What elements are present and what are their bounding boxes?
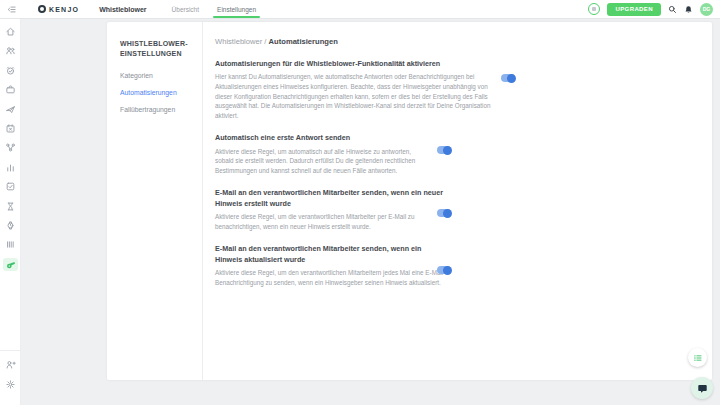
sidebar-item-employees[interactable] [3, 44, 18, 57]
collapse-sidebar-button[interactable] [0, 0, 22, 18]
topbar-right: UPGRADEN DG [588, 3, 720, 16]
settings-card: WHISTLEBLOWER-EINSTELLUNGEN KategorienAu… [107, 22, 712, 380]
sidebar-item-analytics[interactable] [3, 161, 18, 174]
upgrade-button[interactable]: UPGRADEN [607, 3, 661, 16]
settings-section: E-Mail an den verantwortlichen Mitarbeit… [215, 244, 712, 287]
section-description: Aktiviere diese Regel, um automatisch au… [215, 147, 431, 176]
section-title: E-Mail an den verantwortlichen Mitarbeit… [215, 188, 448, 209]
clock-icon [5, 220, 16, 231]
toggle-switch[interactable] [437, 266, 451, 274]
sidebar-main-icons [3, 25, 18, 277]
time-tracking-icon [5, 201, 16, 212]
sidebar-item-time-tracking[interactable] [3, 200, 18, 213]
settings-nav-item-automatisierungen[interactable]: Automatisierungen [120, 89, 194, 96]
toggle-knob [507, 74, 516, 83]
breadcrumb-current: Automatisierungen [269, 37, 338, 46]
section-description: Aktiviere diese Regel, um den verantwort… [215, 268, 448, 287]
settings-nav-items: KategorienAutomatisierungenFallübertragu… [120, 72, 194, 113]
trial-progress-icon[interactable] [588, 3, 600, 15]
search-icon[interactable] [668, 5, 677, 14]
app-title: Whistleblower [99, 6, 146, 13]
settings-sections: Automatisierungen für die Whistleblower-… [215, 59, 712, 287]
sidebar-item-travel[interactable] [3, 103, 18, 116]
kenjo-logo[interactable]: KENJO [22, 5, 87, 13]
kenjo-logo-text: KENJO [49, 6, 79, 13]
invite-user-icon [5, 359, 16, 370]
sidebar-item-settings[interactable] [3, 378, 18, 391]
whistleblower-icon [5, 259, 16, 270]
section-description: Hier kannst Du Automatisierungen, wie au… [215, 72, 499, 120]
tab--bersicht[interactable]: Übersicht [163, 0, 208, 18]
section-title: Automatisch eine erste Antwort senden [215, 133, 431, 143]
breadcrumb-parent[interactable]: Whistleblower / [215, 37, 266, 46]
quick-actions-button[interactable] [688, 348, 707, 367]
employees-icon [5, 45, 16, 56]
collapse-sidebar-icon [7, 5, 16, 14]
toggle-switch[interactable] [437, 209, 451, 217]
settings-section: Automatisierungen für die Whistleblower-… [215, 59, 712, 120]
main-panel: Whistleblower / Automatisierungen Automa… [204, 22, 712, 380]
workflows-icon [5, 142, 16, 153]
sidebar-item-attendance[interactable] [3, 64, 18, 77]
tab-einstellungen[interactable]: Einstellungen [208, 0, 265, 18]
settings-section: E-Mail an den verantwortlichen Mitarbeit… [215, 188, 712, 231]
checklist-icon [693, 353, 703, 363]
section-description: Aktiviere diese Regel, um die verantwort… [215, 212, 448, 231]
reports-icon [5, 239, 16, 250]
sidebar-item-tasks[interactable] [3, 180, 18, 193]
section-title: Automatisierungen für die Whistleblower-… [215, 59, 499, 69]
topbar: KENJO Whistleblower ÜbersichtEinstellung… [0, 0, 720, 19]
section-title: E-Mail an den verantwortlichen Mitarbeit… [215, 244, 448, 265]
toggle-switch[interactable] [437, 146, 451, 154]
sidebar-item-home[interactable] [3, 25, 18, 38]
sidebar-item-reports[interactable] [3, 238, 18, 251]
topbar-tabs: ÜbersichtEinstellungen [163, 0, 266, 18]
breadcrumb: Whistleblower / Automatisierungen [215, 37, 712, 46]
settings-section: Automatisch eine erste Antwort senden Ak… [215, 133, 712, 175]
toggle-knob [443, 146, 452, 155]
sidebar-item-calendar[interactable] [3, 122, 18, 135]
settings-nav-heading: WHISTLEBLOWER-EINSTELLUNGEN [120, 39, 194, 59]
attendance-icon [5, 65, 16, 76]
recruitment-icon [5, 84, 16, 95]
home-icon [5, 26, 16, 37]
settings-nav-item-kategorien[interactable]: Kategorien [120, 72, 194, 79]
calendar-icon [5, 123, 16, 134]
sidebar-item-whistleblower[interactable] [3, 258, 18, 271]
analytics-icon [5, 162, 16, 173]
toggle-knob [443, 209, 452, 218]
toggle-switch[interactable] [501, 74, 515, 82]
avatar[interactable]: DG [700, 3, 713, 16]
sidebar-item-recruitment[interactable] [3, 83, 18, 96]
settings-icon [5, 379, 16, 390]
sidebar-item-invite-user[interactable] [3, 358, 18, 371]
settings-nav: WHISTLEBLOWER-EINSTELLUNGEN KategorienAu… [107, 22, 203, 380]
sidebar-bottom-icons [0, 350, 20, 405]
toggle-knob [443, 266, 452, 275]
chat-bubble-icon [697, 383, 708, 394]
tasks-icon [5, 181, 16, 192]
sidebar-item-clock[interactable] [3, 219, 18, 232]
notifications-icon[interactable] [684, 5, 693, 14]
settings-nav-item-fall-bertragungen[interactable]: Fallübertragungen [120, 106, 194, 113]
sidebar [0, 19, 21, 405]
chat-launcher-button[interactable] [691, 377, 713, 399]
kenjo-logo-icon [38, 5, 46, 13]
travel-icon [5, 104, 16, 115]
sidebar-item-workflows[interactable] [3, 141, 18, 154]
